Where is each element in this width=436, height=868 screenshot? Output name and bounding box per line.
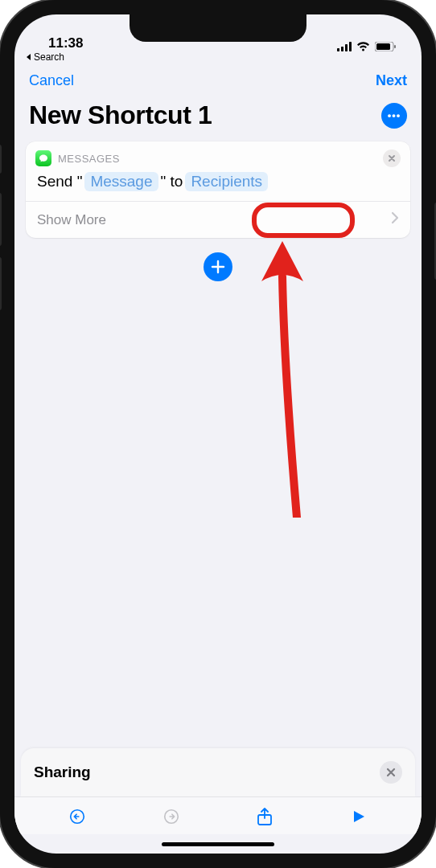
sharing-label: Sharing bbox=[34, 764, 380, 781]
volume-up bbox=[0, 193, 2, 246]
svg-rect-5 bbox=[376, 43, 390, 50]
breadcrumb-label: Search bbox=[34, 51, 64, 63]
action-body: Send " Message " to Recipients bbox=[26, 170, 410, 201]
status-time: 11:38 bbox=[37, 35, 134, 51]
nav-bar: Cancel Next bbox=[14, 64, 422, 94]
messages-app-icon bbox=[35, 150, 51, 166]
action-card-header: MESSAGES bbox=[26, 141, 410, 170]
title-row: New Shortcut 1 ••• bbox=[14, 94, 422, 141]
svg-rect-2 bbox=[345, 44, 348, 51]
play-icon bbox=[352, 809, 366, 824]
bottom-area: Sharing bbox=[14, 748, 422, 854]
home-indicator[interactable] bbox=[14, 834, 422, 854]
recipients-token[interactable]: Recipients bbox=[185, 172, 268, 191]
share-icon bbox=[257, 807, 273, 826]
volume-switch bbox=[0, 145, 2, 174]
undo-icon bbox=[68, 808, 86, 825]
page-title: New Shortcut 1 bbox=[29, 100, 373, 130]
notch bbox=[130, 14, 306, 42]
run-button[interactable] bbox=[343, 809, 375, 824]
svg-rect-6 bbox=[394, 45, 396, 48]
close-icon bbox=[386, 768, 396, 777]
cancel-button[interactable]: Cancel bbox=[29, 72, 74, 89]
show-more-row[interactable]: Show More bbox=[26, 202, 410, 238]
action-card: MESSAGES Send " Message " to Recipients … bbox=[26, 141, 410, 238]
ellipsis-icon: ••• bbox=[388, 109, 401, 121]
cellular-icon bbox=[337, 42, 352, 51]
volume-down bbox=[0, 257, 2, 310]
status-icons bbox=[337, 42, 399, 51]
plus-icon bbox=[211, 260, 225, 274]
message-token[interactable]: Message bbox=[84, 172, 158, 191]
svg-rect-3 bbox=[349, 42, 352, 51]
battery-icon bbox=[375, 42, 396, 51]
sharing-panel[interactable]: Sharing bbox=[21, 748, 415, 796]
more-button[interactable]: ••• bbox=[381, 103, 407, 129]
screen: 11:38 Search Cancel Next New Shortcut 1 … bbox=[14, 14, 422, 854]
sharing-close-button[interactable] bbox=[380, 761, 402, 784]
action-app-label: MESSAGES bbox=[58, 153, 120, 165]
close-icon bbox=[388, 154, 396, 162]
redo-button bbox=[155, 808, 187, 825]
toolbar bbox=[14, 796, 422, 834]
wifi-icon bbox=[356, 42, 370, 51]
share-button[interactable] bbox=[249, 807, 281, 826]
next-button[interactable]: Next bbox=[376, 72, 407, 89]
undo-button[interactable] bbox=[61, 808, 93, 825]
add-action-button[interactable] bbox=[204, 252, 232, 281]
action-text-prefix: Send " bbox=[37, 173, 82, 190]
redo-icon bbox=[162, 808, 180, 825]
add-action-row bbox=[14, 238, 422, 296]
breadcrumb[interactable]: Search bbox=[14, 51, 422, 64]
breadcrumb-back-icon bbox=[26, 54, 32, 60]
remove-action-button[interactable] bbox=[383, 149, 401, 167]
chevron-right-icon bbox=[391, 211, 399, 228]
show-more-label: Show More bbox=[37, 212, 106, 228]
action-text-middle: " to bbox=[161, 173, 183, 190]
device-frame: 11:38 Search Cancel Next New Shortcut 1 … bbox=[0, 0, 436, 868]
